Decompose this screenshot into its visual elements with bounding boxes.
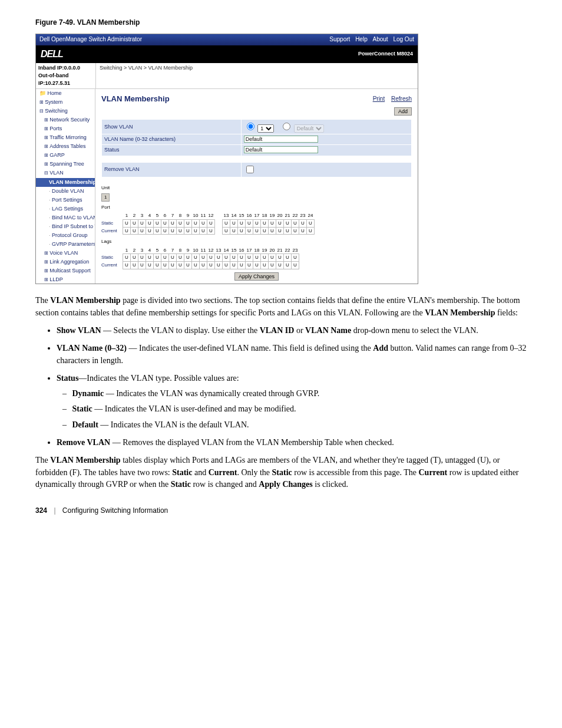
- port-cell[interactable]: U: [123, 219, 131, 227]
- port-cell[interactable]: U: [269, 227, 276, 235]
- port-cell[interactable]: U: [253, 254, 261, 262]
- port-cell[interactable]: U: [169, 219, 177, 227]
- port-cell[interactable]: U: [184, 227, 192, 235]
- port-cell[interactable]: U: [276, 219, 284, 227]
- port-cell[interactable]: U: [131, 219, 138, 227]
- sidebar-item[interactable]: Multicast Support: [36, 266, 95, 275]
- port-cell[interactable]: U: [200, 227, 207, 235]
- port-cell[interactable]: U: [207, 254, 215, 262]
- port-cell[interactable]: U: [154, 261, 161, 269]
- sidebar-item[interactable]: Switching: [36, 107, 95, 116]
- port-cell[interactable]: U: [253, 261, 261, 269]
- sidebar-item[interactable]: GVRP Parameters: [36, 240, 95, 249]
- sidebar-item[interactable]: Double VLAN: [36, 187, 95, 196]
- port-cell[interactable]: U: [123, 227, 131, 235]
- port-cell[interactable]: U: [230, 227, 238, 235]
- port-cell[interactable]: U: [154, 219, 161, 227]
- port-cell[interactable]: U: [269, 254, 276, 262]
- sidebar-item[interactable]: LLDP: [36, 275, 95, 284]
- sidebar-item[interactable]: Bind IP Subnet to V: [36, 222, 95, 231]
- port-cell[interactable]: U: [292, 261, 299, 269]
- sidebar-item[interactable]: LAG Settings: [36, 205, 95, 213]
- port-cell[interactable]: U: [276, 254, 284, 262]
- port-cell[interactable]: U: [161, 254, 169, 262]
- port-cell[interactable]: U: [246, 219, 253, 227]
- port-cell[interactable]: U: [215, 254, 223, 262]
- sidebar-item[interactable]: Spanning Tree: [36, 160, 95, 169]
- support-link[interactable]: Support: [329, 36, 350, 42]
- sidebar-item[interactable]: Traffic Mirroring: [36, 133, 95, 142]
- port-cell[interactable]: U: [184, 261, 192, 269]
- port-cell[interactable]: U: [207, 227, 215, 235]
- port-cell[interactable]: U: [184, 219, 192, 227]
- sidebar-item[interactable]: VLAN: [36, 169, 95, 177]
- port-cell[interactable]: U: [223, 261, 230, 269]
- port-cell[interactable]: U: [131, 254, 138, 262]
- port-cell[interactable]: U: [223, 219, 230, 227]
- port-cell[interactable]: U: [269, 219, 276, 227]
- port-cell[interactable]: U: [161, 219, 169, 227]
- vlan-name-input[interactable]: [244, 136, 318, 143]
- port-cell[interactable]: U: [246, 254, 253, 262]
- port-cell[interactable]: U: [261, 254, 269, 262]
- apply-changes-button[interactable]: Apply Changes: [234, 272, 279, 281]
- port-cell[interactable]: U: [131, 227, 138, 235]
- port-cell[interactable]: U: [184, 254, 192, 262]
- port-cell[interactable]: U: [276, 227, 284, 235]
- port-cell[interactable]: U: [292, 219, 299, 227]
- sidebar-item[interactable]: Address Tables: [36, 142, 95, 151]
- port-cell[interactable]: U: [138, 219, 146, 227]
- port-cell[interactable]: U: [200, 219, 207, 227]
- port-cell[interactable]: U: [192, 227, 200, 235]
- port-cell[interactable]: U: [154, 227, 161, 235]
- port-cell[interactable]: U: [230, 254, 238, 262]
- sidebar-item[interactable]: Protocol Group: [36, 231, 95, 240]
- port-cell[interactable]: U: [284, 261, 292, 269]
- port-cell[interactable]: U: [192, 219, 200, 227]
- sidebar-item[interactable]: Port Settings: [36, 196, 95, 205]
- port-cell[interactable]: U: [276, 261, 284, 269]
- help-link[interactable]: Help: [355, 36, 368, 42]
- port-cell[interactable]: U: [299, 227, 307, 235]
- vlan-id-radio[interactable]: [247, 123, 254, 130]
- port-cell[interactable]: U: [192, 261, 200, 269]
- port-cell[interactable]: U: [123, 261, 131, 269]
- port-cell[interactable]: U: [146, 254, 154, 262]
- port-cell[interactable]: U: [246, 261, 253, 269]
- sidebar-item[interactable]: GARP: [36, 151, 95, 160]
- logout-link[interactable]: Log Out: [393, 36, 414, 42]
- port-cell[interactable]: U: [123, 254, 131, 262]
- sidebar-home[interactable]: 📁 Home: [36, 89, 95, 98]
- port-cell[interactable]: U: [200, 254, 207, 262]
- sidebar-item[interactable]: Link Aggregation: [36, 258, 95, 266]
- sidebar-item[interactable]: System: [36, 98, 95, 107]
- port-cell[interactable]: U: [146, 261, 154, 269]
- port-cell[interactable]: U: [284, 227, 292, 235]
- sidebar-item[interactable]: Ports: [36, 124, 95, 133]
- port-cell[interactable]: U: [177, 219, 184, 227]
- port-cell[interactable]: U: [169, 254, 177, 262]
- port-cell[interactable]: U: [215, 261, 223, 269]
- port-cell[interactable]: U: [177, 254, 184, 262]
- port-cell[interactable]: U: [253, 227, 261, 235]
- port-cell[interactable]: U: [246, 227, 253, 235]
- port-cell[interactable]: U: [292, 227, 299, 235]
- port-cell[interactable]: U: [207, 261, 215, 269]
- sidebar-item[interactable]: VLAN Membership: [36, 178, 95, 187]
- port-cell[interactable]: U: [169, 227, 177, 235]
- vlan-id-select[interactable]: 1: [257, 124, 274, 133]
- port-cell[interactable]: U: [161, 261, 169, 269]
- port-cell[interactable]: U: [238, 219, 246, 227]
- port-cell[interactable]: U: [177, 261, 184, 269]
- sidebar-item[interactable]: Voice VLAN: [36, 249, 95, 258]
- sidebar-item[interactable]: Network Security: [36, 116, 95, 124]
- print-link[interactable]: Print: [373, 95, 385, 102]
- port-cell[interactable]: U: [192, 254, 200, 262]
- port-cell[interactable]: U: [253, 219, 261, 227]
- port-cell[interactable]: U: [131, 261, 138, 269]
- about-link[interactable]: About: [372, 36, 388, 42]
- port-cell[interactable]: U: [261, 227, 269, 235]
- port-cell[interactable]: U: [161, 227, 169, 235]
- port-cell[interactable]: U: [307, 227, 315, 235]
- port-cell[interactable]: U: [146, 219, 154, 227]
